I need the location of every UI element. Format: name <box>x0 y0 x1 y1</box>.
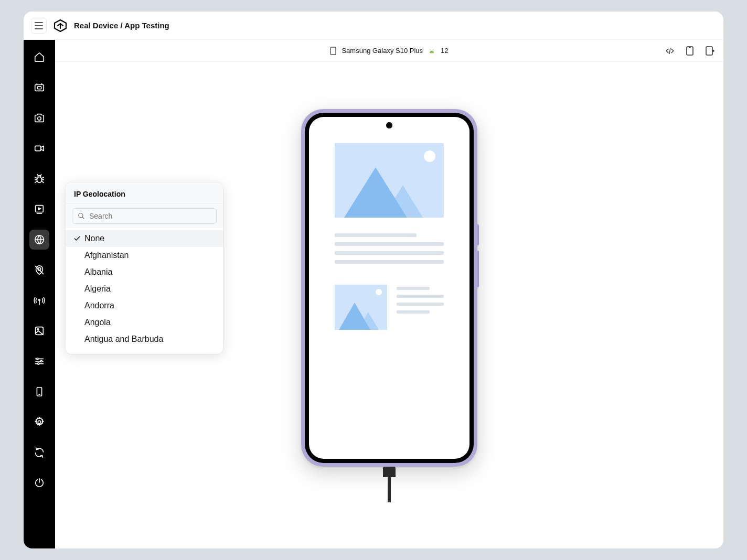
install-app-button[interactable] <box>705 46 715 56</box>
svg-line-29 <box>669 48 670 53</box>
svg-rect-4 <box>35 85 44 91</box>
gallery-icon <box>34 325 45 337</box>
sidebar-item-network[interactable] <box>29 290 49 310</box>
svg-rect-30 <box>687 47 693 55</box>
app-window: Real Device / App Testing <box>24 12 723 548</box>
phone-small-icon <box>330 47 336 55</box>
android-icon <box>428 47 435 55</box>
option-label: Antigua and Barbuda <box>84 335 163 344</box>
svg-point-8 <box>37 177 41 182</box>
camera-icon <box>34 112 45 124</box>
gear-icon <box>34 416 45 428</box>
sidebar-item-map-off[interactable] <box>29 260 49 280</box>
geolocation-option[interactable]: Albania <box>66 264 223 281</box>
sidebar-item-geolocation[interactable] <box>29 230 49 250</box>
option-label: None <box>84 234 104 243</box>
option-label: Angola <box>84 318 111 327</box>
globe-icon <box>34 234 45 245</box>
sync-icon <box>34 447 45 458</box>
hamburger-icon <box>35 22 43 29</box>
device-bar: Samsung Galaxy S10 Plus 12 <box>55 40 723 62</box>
check-icon <box>73 301 81 310</box>
device-screen[interactable] <box>309 117 469 459</box>
svg-point-21 <box>38 363 39 364</box>
popover-search[interactable] <box>72 208 217 224</box>
bug-icon <box>34 173 45 185</box>
sidebar-item-video[interactable] <box>29 138 49 158</box>
sidebar-item-power[interactable] <box>29 473 49 493</box>
code-icon <box>665 46 675 56</box>
geolocation-option[interactable]: Andorra <box>66 297 223 314</box>
phone-install-icon <box>705 46 714 56</box>
svg-point-15 <box>37 329 39 330</box>
rotate-device-button[interactable] <box>685 46 695 56</box>
check-icon <box>73 268 81 276</box>
sidebar <box>24 40 55 548</box>
option-label: Algeria <box>84 284 111 294</box>
geolocation-option[interactable]: Angola <box>66 314 223 331</box>
svg-rect-5 <box>37 87 41 89</box>
breadcrumb: Real Device / App Testing <box>74 21 169 30</box>
svg-point-27 <box>431 51 431 52</box>
device-canvas: IP Geolocation NoneAfghanistanAlbaniaAlg… <box>55 62 723 548</box>
check-icon <box>73 318 81 327</box>
device-name: Samsung Galaxy S10 Plus <box>342 47 423 55</box>
sidebar-item-gallery[interactable] <box>29 321 49 341</box>
home-icon <box>34 51 45 63</box>
svg-point-19 <box>37 358 38 360</box>
sidebar-item-sync[interactable] <box>29 443 49 462</box>
app-body: Samsung Galaxy S10 Plus 12 <box>24 40 723 548</box>
device-cable <box>383 467 396 502</box>
svg-line-34 <box>82 217 84 219</box>
geolocation-option[interactable]: Antigua and Barbuda <box>66 331 223 348</box>
network-icon <box>34 295 45 306</box>
geolocation-option[interactable]: Afghanistan <box>66 247 223 264</box>
sidebar-item-bug[interactable] <box>29 169 49 189</box>
device-info: Samsung Galaxy S10 Plus 12 <box>330 47 448 55</box>
placeholder-image <box>335 143 444 218</box>
sidebar-item-play[interactable] <box>29 199 49 219</box>
sidebar-item-camera[interactable] <box>29 108 49 128</box>
sidebar-item-home[interactable] <box>29 47 49 67</box>
phone-portrait-icon <box>686 46 694 56</box>
menu-button[interactable] <box>31 18 47 34</box>
device-mock <box>301 109 477 467</box>
geolocation-option[interactable]: None <box>66 230 223 247</box>
os-version: 12 <box>441 47 448 55</box>
app-logo <box>53 18 68 33</box>
phone-side-button <box>477 251 479 287</box>
option-label: Albania <box>84 267 112 277</box>
app-icon <box>34 82 45 93</box>
svg-rect-9 <box>36 206 44 212</box>
phone-side-button <box>477 224 479 245</box>
svg-point-20 <box>40 360 42 362</box>
check-icon <box>73 285 81 293</box>
svg-point-33 <box>79 213 83 218</box>
sidebar-item-device[interactable] <box>29 382 49 402</box>
search-input[interactable] <box>89 212 211 220</box>
map-off-icon <box>34 264 45 276</box>
video-icon <box>34 143 45 154</box>
popover-title: IP Geolocation <box>66 182 223 204</box>
sidebar-item-app[interactable] <box>29 78 49 98</box>
option-label: Afghanistan <box>84 251 129 260</box>
play-icon <box>34 203 45 215</box>
device-icon <box>34 386 45 397</box>
geolocation-option[interactable]: Algeria <box>66 281 223 297</box>
popover-list[interactable]: NoneAfghanistanAlbaniaAlgeriaAndorraAngo… <box>66 228 223 354</box>
check-icon <box>73 335 81 343</box>
sidebar-item-sliders[interactable] <box>29 351 49 371</box>
svg-point-28 <box>432 51 433 52</box>
svg-point-6 <box>38 117 41 120</box>
device-camera <box>386 122 392 128</box>
power-icon <box>34 477 45 489</box>
placeholder-row <box>335 285 444 330</box>
main-area: Samsung Galaxy S10 Plus 12 <box>55 40 723 548</box>
sidebar-item-gear[interactable] <box>29 412 49 432</box>
top-header: Real Device / App Testing <box>24 12 723 40</box>
devtools-button[interactable] <box>665 46 675 56</box>
check-icon <box>73 251 81 260</box>
svg-point-13 <box>39 299 40 301</box>
option-label: Andorra <box>84 301 114 310</box>
ip-geolocation-popover: IP Geolocation NoneAfghanistanAlbaniaAlg… <box>66 182 223 354</box>
